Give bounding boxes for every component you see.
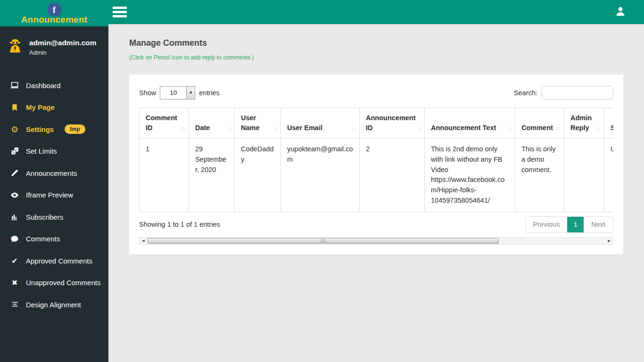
sidebar-item-label: Set Limits [26,147,57,155]
laptop-icon [9,81,20,90]
bar-chart-icon [9,213,20,221]
cell-comment-id: 1 [140,139,189,212]
sidebar-item-label: Design Alignment [26,301,81,309]
cell-announcement-id: 2 [360,139,425,212]
column-header-user-email[interactable]: User Email↑↓ [281,108,360,139]
cross-icon: ✖ [9,279,20,287]
eye-icon [9,191,20,199]
hamburger-menu-icon[interactable] [113,5,129,19]
scrollbar-thumb[interactable] [148,238,499,244]
comment-icon [9,235,20,243]
cell-date: 29 September, 2020 [189,139,235,212]
sidebar-menu: Dashboard My Page ⚙ Settings Imp Set Lim… [0,74,108,316]
imp-badge: Imp [65,124,85,134]
search-label: Search: [514,89,537,97]
table-row: 1 29 September, 2020 CodeDaddy yupokteam… [140,139,614,212]
column-header-date[interactable]: Date↑↓ [189,108,235,139]
sidebar-item-label: Unapproved Comments [26,279,100,287]
entries-label: entries [199,89,220,97]
cell-status: U [604,139,614,212]
scroll-right-arrow-icon[interactable]: ▶ [605,238,613,244]
facebook-letter: f [53,5,56,15]
content-area: Manage Comments (Click on Pencil Icon to… [108,0,644,255]
cell-user-email: yupokteam@gmail.com [281,139,360,212]
sort-icon[interactable]: ↑↓ [227,125,231,132]
pencil-icon [9,169,20,177]
sidebar-item-iframe-preview[interactable]: Iframe Preview [0,184,108,206]
comments-table-card: Show 10 ▼ entries Search: [129,74,623,255]
check-icon: ✔ [9,256,20,265]
dice-icon [9,147,20,156]
page-length-select[interactable]: 10 ▼ [160,86,195,99]
sidebar-item-design-alignment[interactable]: Design Alignment [0,294,108,316]
table-info: Showing 1 to 1 of 1 entries [139,221,220,228]
cell-admin-reply [564,139,604,212]
next-page-button[interactable]: Next [584,217,613,232]
align-icon [9,301,20,308]
user-panel: admin@admin.com Admin [0,26,108,66]
sort-icon[interactable]: ↑↓ [273,125,277,132]
sidebar-item-comments[interactable]: Comments [0,228,108,250]
sort-icon[interactable]: ↑↓ [352,125,356,132]
app-title: Announcement [21,15,88,25]
sidebar-item-subscribers[interactable]: Subscribers [0,206,108,228]
sort-icon[interactable]: ↑↓ [181,125,185,132]
sort-icon[interactable]: ↑↓ [417,125,421,132]
column-header-announcement-text[interactable]: Announcement Text↑↓ [425,108,515,139]
gear-icon: ⚙ [9,124,20,134]
show-label: Show [139,89,156,97]
page-title: Manage Comments [129,38,644,48]
page-length-value: 10 [160,87,186,99]
sidebar-item-approved-comments[interactable]: ✔ Approved Comments [0,250,108,272]
sidebar-item-label: Comments [26,235,60,243]
horizontal-scrollbar[interactable]: ◀ ▶ [139,237,613,245]
sidebar-item-label: Subscribers [26,213,63,221]
comments-table: Comment ID↑↓ Date↑↓ User Name↑↓ User Ema… [139,107,613,212]
table-scroll-region: Comment ID↑↓ Date↑↓ User Name↑↓ User Ema… [139,107,613,212]
pagination: Previous 1 Next [525,216,613,233]
search-input[interactable] [542,86,613,99]
sort-icon[interactable]: ↑↓ [596,125,601,132]
column-header-status[interactable]: S [604,108,614,139]
topbar [108,0,644,24]
sidebar-item-set-limits[interactable]: Set Limits [0,140,108,163]
chevron-down-icon: ▼ [186,87,195,99]
cell-announcement-text: This is 2nd demo only with link without … [425,139,515,212]
sidebar-item-label: Iframe Preview [26,191,73,199]
sidebar-item-unapproved-comments[interactable]: ✖ Unapproved Comments [0,272,108,294]
sidebar-item-label: Announcements [26,169,77,177]
user-secret-icon [7,38,24,57]
scrollbar-grip [321,239,326,243]
sort-icon[interactable]: ↑↓ [507,125,512,132]
column-header-comment-id[interactable]: Comment ID↑↓ [140,108,189,139]
sidebar-item-label: Dashboard [26,82,60,90]
user-email: admin@admin.com [29,39,97,47]
bookmark-icon [9,103,20,112]
cell-comment: This is only a demo comment. [515,139,564,212]
user-account-icon[interactable] [615,6,626,19]
sidebar-item-announcements[interactable]: Announcements [0,162,108,184]
current-page-button[interactable]: 1 [567,217,584,232]
sidebar-item-my-page[interactable]: My Page [0,97,108,119]
sidebar-item-label: Settings [26,125,54,133]
user-role: Admin [29,49,97,56]
column-header-announcement-id[interactable]: Announcement ID↑↓ [360,108,425,139]
sort-icon[interactable]: ↑↓ [556,125,561,132]
scroll-left-arrow-icon[interactable]: ◀ [140,238,147,244]
previous-page-button[interactable]: Previous [526,217,567,232]
sidebar-item-settings[interactable]: ⚙ Settings Imp [0,118,108,140]
column-header-comment[interactable]: Comment↑↓ [515,108,564,139]
sidebar-item-label: Approved Comments [26,257,92,265]
brand-header: f Announcement [0,0,108,26]
content-divider [129,69,623,70]
column-header-admin-reply[interactable]: Admin Reply↑↓ [564,108,604,139]
cell-user-name: CodeDaddy [235,139,281,212]
sidebar: f Announcement admin@admin.com Admin Das… [0,0,108,362]
page-note: (Click on Pencil Icon to add reply to co… [129,54,644,61]
table-header-row: Comment ID↑↓ Date↑↓ User Name↑↓ User Ema… [140,108,614,139]
sidebar-item-dashboard[interactable]: Dashboard [0,74,108,97]
column-header-user-name[interactable]: User Name↑↓ [235,108,281,139]
sidebar-item-label: My Page [26,103,55,111]
